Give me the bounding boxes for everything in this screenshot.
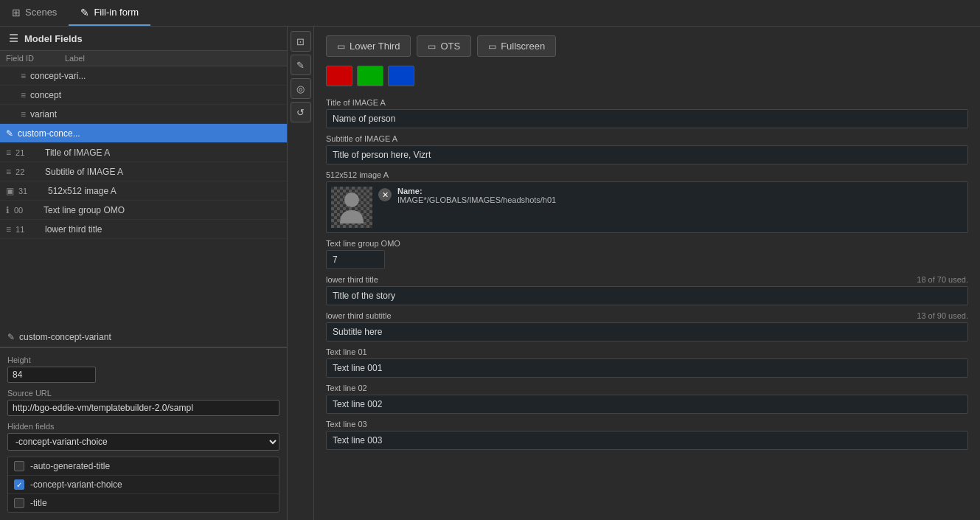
item-id: 11 — [15, 225, 45, 234]
height-label: Height — [7, 356, 279, 364]
main-layout: ☰ Model Fields Field ID Label ≡ concept-… — [0, 27, 980, 520]
checkbox-list: -auto-generated-title ✓ -concept-variant… — [7, 457, 279, 513]
field-lower-third-title-label: lower third title — [326, 275, 378, 284]
table-header: Field ID Label — [0, 51, 287, 66]
item-id: 22 — [15, 167, 45, 176]
image-remove-button[interactable]: ✕ — [378, 188, 392, 201]
image-name-value: IMAGE*/GLOBALS/IMAGES/headshots/h01 — [397, 195, 556, 204]
list-item[interactable]: ≡ 22 Subtitle of IMAGE A — [0, 162, 287, 181]
tab-fill-in-form[interactable]: ✎ Fill-in form — [69, 0, 150, 26]
tab-scenes-label: Scenes — [25, 7, 57, 18]
field-title-image-a-label: Title of IMAGE A — [326, 98, 386, 107]
list-item[interactable]: ≡ variant — [0, 105, 287, 124]
field-title-image-a-input[interactable] — [326, 109, 968, 128]
checkbox-item-concept-variant-choice[interactable]: ✓ -concept-variant-choice — [8, 476, 279, 494]
item-id: 31 — [18, 187, 48, 195]
field-text-line-01-input[interactable] — [326, 358, 968, 378]
field-image-512-label: 512x512 image A — [326, 170, 389, 179]
list-item[interactable]: ▣ 31 512x512 image A — [0, 181, 287, 201]
field-subtitle-image-a-input[interactable] — [326, 145, 968, 164]
ots-label: OTS — [440, 41, 460, 52]
preview-buttons: ▭ Lower Third ▭ OTS ▭ Fullscreen — [326, 35, 968, 57]
custom-concept-label: custom-concept-variant — [19, 332, 111, 342]
field-lower-third-title-input[interactable] — [326, 286, 968, 305]
lower-third-label: Lower Third — [350, 41, 400, 52]
field-lower-third-subtitle-label: lower third subtitle — [326, 311, 392, 320]
item-label: concept — [30, 90, 281, 100]
checkbox-title[interactable] — [14, 498, 24, 508]
field-lower-third-title: lower third title 18 of 70 used. — [326, 275, 968, 305]
item-id: 21 — [15, 148, 45, 157]
image-thumbnail — [331, 187, 372, 228]
image-icon: ▣ — [6, 186, 14, 196]
list-item[interactable]: ℹ 00 Text line group OMO — [0, 201, 287, 220]
fullscreen-icon: ▭ — [488, 41, 496, 52]
fields-table: ≡ concept-vari... ≡ concept ≡ variant ✎ … — [0, 66, 287, 327]
bottom-properties: Height Source URL Hidden fields -concept… — [0, 347, 287, 520]
checkbox-item-auto-generated-title[interactable]: -auto-generated-title — [8, 457, 279, 476]
item-label: Title of IMAGE A — [45, 148, 281, 158]
list-item[interactable]: ≡ 21 Title of IMAGE A — [0, 143, 287, 162]
source-url-input[interactable] — [7, 400, 279, 416]
color-swatch-red[interactable] — [326, 66, 352, 86]
height-input[interactable] — [7, 367, 96, 383]
field-image-512: 512x512 image A ✕ Name: IMAGE*/GLOBALS/I… — [326, 170, 968, 233]
source-url-prop: Source URL — [7, 389, 279, 416]
checkbox-auto-generated-title[interactable] — [14, 461, 24, 471]
item-label: custom-conce... — [18, 128, 281, 139]
color-swatch-blue[interactable] — [388, 66, 414, 86]
edit-icon: ✎ — [296, 60, 305, 71]
image-field-container: ✕ Name: IMAGE*/GLOBALS/IMAGES/headshots/… — [326, 181, 968, 233]
list-item[interactable]: ≡ concept-vari... — [0, 66, 287, 86]
list-icon: ≡ — [21, 109, 26, 119]
panel-header: ☰ Model Fields — [0, 27, 287, 51]
lower-third-button[interactable]: ▭ Lower Third — [326, 35, 411, 57]
item-id: 00 — [14, 206, 44, 215]
eye-button[interactable]: ◎ — [291, 78, 311, 99]
color-swatch-green[interactable] — [357, 66, 383, 86]
image-name: Name: IMAGE*/GLOBALS/IMAGES/headshots/h0… — [397, 187, 963, 204]
field-text-line-01: Text line 01 — [326, 347, 968, 378]
top-bar: ⊞ Scenes ✎ Fill-in form — [0, 0, 980, 27]
source-url-label: Source URL — [7, 389, 279, 398]
panel-title: Model Fields — [24, 33, 83, 44]
list-item[interactable]: ≡ 11 lower third title — [0, 220, 287, 239]
field-text-line-03-input[interactable] — [326, 431, 968, 450]
info-icon: ℹ — [6, 205, 10, 215]
field-text-line-02-input[interactable] — [326, 395, 968, 414]
right-side: ⊡ ✎ ◎ ↺ ▭ Lower Third ▭ OTS — [288, 27, 980, 520]
expand-icon: ⊡ — [296, 36, 305, 47]
list-item[interactable]: ≡ concept — [0, 86, 287, 105]
expand-button[interactable]: ⊡ — [291, 31, 311, 52]
color-swatches — [326, 66, 968, 86]
svg-point-0 — [344, 193, 359, 207]
field-title-image-a: Title of IMAGE A — [326, 98, 968, 128]
lower-third-icon: ▭ — [337, 41, 345, 52]
checkbox-concept-variant-choice[interactable]: ✓ — [14, 479, 24, 490]
tab-scenes[interactable]: ⊞ Scenes — [0, 0, 69, 26]
fullscreen-label: Fullscreen — [501, 41, 545, 52]
scenes-icon: ⊞ — [12, 7, 21, 18]
edit-button[interactable]: ✎ — [291, 55, 311, 75]
fullscreen-button[interactable]: ▭ Fullscreen — [477, 35, 556, 57]
item-label: Text line group OMO — [44, 205, 281, 215]
item-label: Subtitle of IMAGE A — [45, 167, 281, 177]
ots-button[interactable]: ▭ OTS — [417, 35, 471, 57]
field-text-line-02: Text line 02 — [326, 384, 968, 414]
list-item-selected[interactable]: ✎ custom-conce... — [0, 124, 287, 143]
field-text-line-group-label: Text line group OMO — [326, 239, 400, 248]
hidden-fields-label: Hidden fields — [7, 422, 279, 431]
checkbox-label: -title — [30, 498, 47, 508]
image-name-label: Name: — [397, 187, 423, 195]
list-icon: ≡ — [6, 167, 11, 177]
refresh-button[interactable]: ↺ — [291, 102, 311, 122]
field-text-line-group: Text line group OMO — [326, 239, 968, 269]
checkbox-label: -auto-generated-title — [30, 461, 110, 471]
list-icon: ≡ — [21, 71, 26, 81]
checkbox-item-title[interactable]: -title — [8, 494, 279, 512]
field-lower-third-subtitle-input[interactable] — [326, 322, 968, 342]
hidden-fields-select[interactable]: -concept-variant-choice — [7, 433, 279, 451]
field-text-line-group-input[interactable] — [326, 250, 385, 269]
custom-concept-icon: ✎ — [7, 332, 15, 342]
custom-concept-row: ✎ custom-concept-variant — [0, 327, 287, 347]
